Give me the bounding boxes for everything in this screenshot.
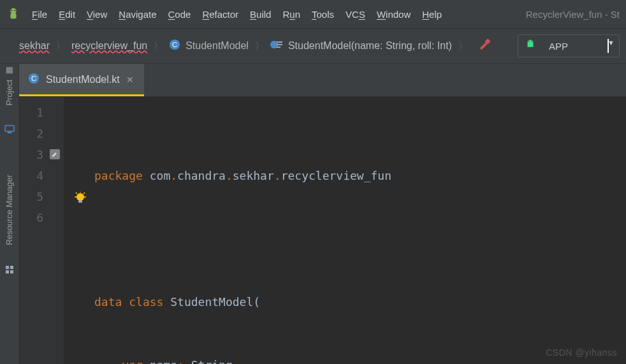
menu-run[interactable]: Run — [282, 9, 300, 20]
svg-rect-14 — [5, 126, 14, 131]
tab-filename: StudentModel.kt — [46, 74, 120, 85]
menu-bar: File Edit View Navigate Code Refactor Bu… — [0, 0, 626, 29]
project-tool-window-button[interactable]: Project ▦ — [4, 66, 14, 105]
run-configuration-selector[interactable]: APP ▼ — [518, 34, 620, 57]
svg-point-13 — [532, 41, 533, 42]
svg-rect-9 — [277, 47, 280, 48]
class-icon: C — [169, 39, 180, 53]
menu-build[interactable]: Build — [250, 9, 271, 20]
modified-line-icon — [50, 149, 60, 159]
breadcrumb-folder-package[interactable]: recyclerview_fun — [71, 40, 147, 52]
editor-tab-studentmodel[interactable]: C StudentModel.kt ✕ — [19, 64, 144, 96]
editor-tab-bar: C StudentModel.kt ✕ — [19, 64, 626, 97]
folder-icon: ▦ — [4, 66, 14, 76]
menu-help[interactable]: Help — [422, 9, 442, 20]
navigation-bar: sekhar 〉 recyclerview_fun 〉 C StudentMod… — [0, 29, 626, 64]
line-number: 2 — [19, 123, 43, 144]
kotlin-file-icon: C — [28, 73, 40, 87]
svg-rect-19 — [10, 270, 13, 273]
svg-text:C: C — [172, 41, 177, 48]
run-config-label: APP — [549, 41, 568, 52]
menu-view[interactable]: View — [87, 9, 107, 20]
svg-text:C: C — [31, 75, 36, 82]
breadcrumb-class[interactable]: StudentModel — [186, 40, 249, 52]
menu-window[interactable]: Window — [377, 9, 411, 20]
svg-rect-16 — [6, 266, 9, 269]
chevron-right-icon: 〉 — [457, 40, 469, 52]
menu-vcs[interactable]: VCS — [346, 9, 365, 20]
svg-point-12 — [528, 41, 530, 42]
svg-point-0 — [10, 8, 16, 14]
method-icon — [270, 39, 283, 53]
svg-point-3 — [14, 10, 15, 11]
svg-rect-17 — [10, 266, 13, 269]
resource-manager-tool-window-button[interactable]: Resource Manager — [4, 175, 14, 245]
build-icon[interactable] — [477, 38, 491, 54]
menu-refactor[interactable]: Refactor — [202, 9, 238, 20]
chevron-right-icon: 〉 — [152, 40, 164, 52]
line-number: 5 — [19, 186, 43, 207]
chevron-right-icon: 〉 — [55, 40, 66, 52]
breadcrumb-folder-sekhar[interactable]: sekhar — [19, 40, 50, 52]
svg-rect-8 — [277, 44, 282, 45]
menu-navigate[interactable]: Navigate — [119, 9, 156, 20]
svg-rect-18 — [6, 270, 9, 273]
line-number: 6 — [19, 207, 43, 228]
menu-code[interactable]: Code — [168, 9, 191, 20]
gutter: 1 2 3 4 5 6 — [19, 97, 64, 364]
breadcrumb-constructor[interactable]: StudentModel(name: String, roll: Int) — [288, 40, 452, 52]
line-number: 4 — [19, 165, 43, 186]
svg-point-2 — [11, 10, 13, 11]
monitor-icon[interactable] — [4, 124, 15, 136]
menu-file[interactable]: File — [32, 9, 47, 20]
android-icon — [525, 39, 536, 53]
window-title: RecyclerView_fun - St — [526, 9, 620, 20]
line-number: 3 — [19, 144, 43, 165]
menu-edit[interactable]: Edit — [59, 9, 75, 20]
menu-tools[interactable]: Tools — [312, 9, 334, 20]
line-number: 1 — [19, 102, 43, 123]
svg-rect-7 — [277, 41, 282, 43]
svg-rect-1 — [10, 13, 16, 18]
code-area[interactable]: package com.chandra.sekhar.recyclerview_… — [64, 97, 626, 364]
dropdown-caret-icon: ▼ — [608, 39, 609, 53]
resource-icon[interactable] — [4, 265, 15, 277]
android-studio-logo-icon — [6, 7, 20, 21]
left-tool-strip: Project ▦ Resource Manager — [0, 64, 19, 364]
tab-close-icon[interactable]: ✕ — [126, 75, 134, 85]
svg-rect-11 — [528, 43, 534, 47]
code-editor[interactable]: 1 2 3 4 5 6 package com.chandra.sekhar.r… — [19, 97, 626, 364]
svg-rect-15 — [8, 132, 11, 133]
chevron-right-icon: 〉 — [254, 40, 265, 52]
